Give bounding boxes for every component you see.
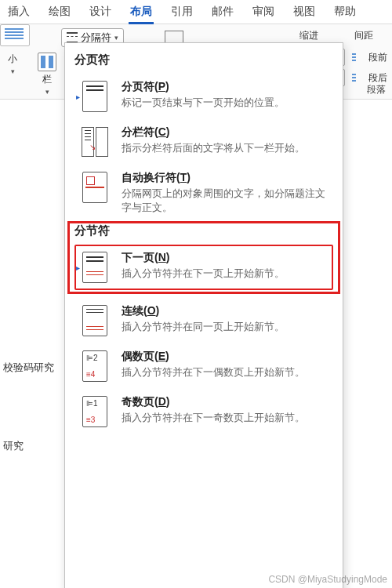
menu-even-page-section-break[interactable]: 偶数页(E) 插入分节符并在下一偶数页上开始新节。 <box>74 343 333 389</box>
columns-button[interactable]: 栏 ▾ <box>38 53 56 96</box>
size-label: 小 <box>8 53 17 66</box>
tab-design[interactable]: 设计 <box>83 2 118 24</box>
menu-column-break[interactable]: ↘ 分栏符(C) 指示分栏符后面的文字将从下一栏开始。 <box>74 119 333 165</box>
continuous-icon <box>82 305 107 336</box>
highlighted-section: 分节符 下一页(N) 插入分节符并在下一页上开始新节。 <box>70 223 338 292</box>
space-after-label: 段后 <box>368 71 387 85</box>
section-breaks-heading: 分节符 <box>74 223 333 238</box>
next-page-icon <box>82 252 107 283</box>
page-setup-icon[interactable] <box>0 24 30 46</box>
breaks-icon <box>67 32 78 43</box>
chevron-down-icon: ▾ <box>11 67 15 75</box>
page-breaks-heading: 分页符 <box>74 53 333 67</box>
menu-odd-page-section-break[interactable]: 奇数页(D) 插入分节符并在下一奇数页上开始新节。 <box>74 389 333 434</box>
tab-review[interactable]: 审阅 <box>246 2 281 24</box>
chevron-down-icon: ▾ <box>114 34 118 42</box>
tab-view[interactable]: 视图 <box>287 2 321 24</box>
tab-layout[interactable]: 布局 <box>124 2 158 24</box>
column-break-icon: ↘ <box>82 127 108 157</box>
document-text-fragment: 校验码研究 <box>3 361 54 375</box>
columns-icon <box>38 53 56 71</box>
document-text-fragment: 研究 <box>3 439 24 453</box>
text-wrapping-icon <box>82 172 107 203</box>
odd-page-icon <box>82 396 107 427</box>
indent-group-label: 缩进 <box>299 29 318 42</box>
menu-continuous-section-break[interactable]: 连续(O) 插入分节符并在同一页上开始新节。 <box>74 298 333 343</box>
tab-insert[interactable]: 插入 <box>2 2 36 24</box>
app-window: 插入 绘图 设计 布局 引用 邮件 审阅 视图 帮助 小 ▾ 栏 ▾ 分隔符 ▾… <box>0 0 392 588</box>
space-before-label: 段前 <box>368 51 387 64</box>
size-button[interactable]: 小 ▾ <box>8 53 17 75</box>
page-break-desc: 标记一页结束与下一页开始的位置。 <box>122 96 285 110</box>
tab-help[interactable]: 帮助 <box>328 2 362 24</box>
tab-mailings[interactable]: 邮件 <box>205 2 240 24</box>
watermark: CSDN @MiyaStudyingMode <box>268 574 387 585</box>
columns-label: 栏 <box>42 73 52 86</box>
even-page-icon <box>82 350 107 382</box>
page-break-icon <box>82 81 107 112</box>
menu-text-wrapping-break[interactable]: 自动换行符(T) 分隔网页上的对象周围的文字，如分隔题注文字与正文。 <box>74 165 333 220</box>
chevron-down-icon: ▾ <box>45 88 49 96</box>
spacing-after-icon <box>351 72 362 83</box>
spacing-group-label: 间距 <box>354 29 373 42</box>
ribbon-tabs: 插入 绘图 设计 布局 引用 邮件 审阅 视图 帮助 <box>0 0 392 24</box>
menu-page-break[interactable]: 分页符(P) 标记一页结束与下一页开始的位置。 <box>74 74 333 119</box>
tab-references[interactable]: 引用 <box>165 2 199 24</box>
paragraph-group-label: 段落 <box>367 83 386 96</box>
spacing-before-icon <box>351 52 362 63</box>
menu-next-page-section-break[interactable]: 下一页(N) 插入分节符并在下一页上开始新节。 <box>74 245 333 290</box>
tab-draw[interactable]: 绘图 <box>42 2 77 24</box>
breaks-dropdown: 分页符 分页符(P) 标记一页结束与下一页开始的位置。 ↘ 分栏符(C) 指示分… <box>64 42 343 588</box>
